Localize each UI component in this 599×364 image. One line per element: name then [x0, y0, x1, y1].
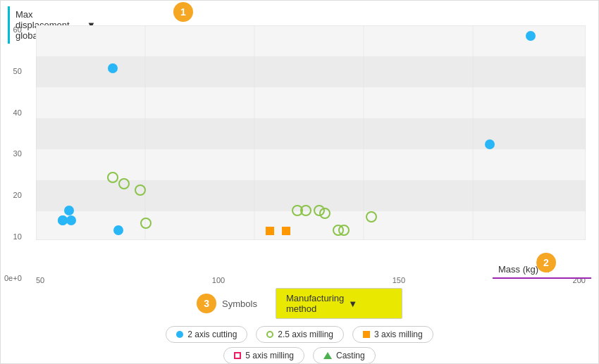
legend-area: 3 Symbols Manufacturing method ▼ 2 axis …	[1, 282, 598, 360]
svg-rect-30	[266, 227, 274, 235]
chart-svg	[36, 25, 586, 240]
svg-rect-5	[36, 180, 586, 211]
legend-3axis-milling[interactable]: 3 axis milling	[352, 326, 433, 343]
method-dropdown-arrow: ▼	[348, 299, 392, 309]
badge-1: 1	[173, 2, 193, 22]
svg-point-16	[113, 225, 123, 235]
legend-controls-row: 3 Symbols Manufacturing method ▼	[197, 288, 402, 319]
svg-rect-1	[36, 56, 586, 87]
svg-point-12	[58, 215, 68, 225]
casting-label: Casting	[336, 351, 365, 360]
y-label-30: 30	[13, 149, 22, 158]
3axis-label: 3 axis milling	[374, 330, 423, 339]
chart-container: Max displacement global (mm) ▼ 1 60 50 4…	[0, 0, 599, 364]
y-axis-labels: 60 50 40 30 20 10 0e+0	[4, 25, 22, 282]
legend-row-1: 2 axis cutting 2.5 axis milling 3 axis m…	[166, 326, 433, 343]
25axis-label: 2.5 axis milling	[278, 330, 333, 339]
svg-rect-3	[36, 118, 586, 149]
casting-icon	[323, 352, 332, 359]
y-label-50: 50	[13, 67, 22, 75]
svg-point-13	[66, 215, 76, 225]
svg-rect-0	[36, 25, 586, 56]
5axis-label: 5 axis milling	[245, 351, 294, 360]
legend-5axis-milling[interactable]: 5 axis milling	[223, 347, 304, 364]
5axis-icon	[234, 352, 241, 359]
svg-point-15	[108, 63, 118, 73]
svg-point-18	[485, 139, 495, 149]
y-label-20: 20	[13, 191, 22, 199]
25axis-icon	[266, 331, 273, 338]
legend-row-2: 5 axis milling Casting	[223, 347, 375, 364]
svg-point-17	[526, 31, 536, 41]
y-label-60: 60	[13, 25, 22, 34]
legend-2axis-cutting[interactable]: 2 axis cutting	[166, 326, 247, 343]
x-axis-label: Mass (kg)	[498, 264, 540, 275]
badge-3: 3	[197, 294, 216, 313]
method-dropdown-label: Manufacturing method	[286, 293, 344, 314]
y-label-40: 40	[13, 108, 22, 117]
y-label-0: 0e+0	[4, 274, 22, 282]
svg-rect-4	[36, 149, 586, 180]
legend-25axis-milling[interactable]: 2.5 axis milling	[256, 326, 344, 343]
2axis-label: 2 axis cutting	[187, 330, 237, 339]
svg-rect-31	[282, 227, 290, 235]
3axis-icon	[363, 331, 370, 338]
y-label-10: 10	[13, 232, 22, 241]
symbols-label: Symbols	[222, 299, 257, 309]
badge-2: 2	[536, 253, 556, 272]
svg-point-14	[64, 206, 74, 215]
manufacturing-method-dropdown[interactable]: Manufacturing method ▼	[276, 288, 402, 319]
svg-rect-2	[36, 87, 586, 118]
legend-casting[interactable]: Casting	[313, 347, 376, 364]
2axis-icon	[176, 331, 183, 338]
